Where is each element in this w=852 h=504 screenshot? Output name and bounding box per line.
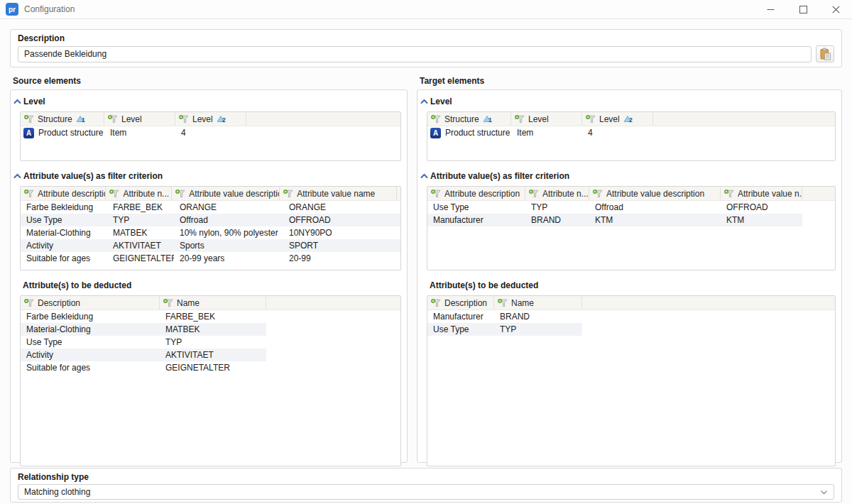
collapse-chevron-icon[interactable]	[13, 99, 23, 104]
column-header[interactable]: Level2	[175, 112, 246, 126]
table-cell: TYP	[525, 201, 589, 214]
column-header[interactable]: Name	[160, 296, 266, 309]
source-elements-section: Source elements Level Structure1LevelLev…	[10, 76, 408, 463]
table-cell: TYP	[494, 323, 582, 336]
minimize-button[interactable]	[754, 0, 787, 19]
column-header[interactable]: Level	[511, 112, 582, 126]
table-cell: Item	[511, 126, 582, 139]
column-header-label: Attribute description	[444, 189, 520, 199]
target-elements-section: Target elements Level Structure1LevelLev…	[417, 76, 842, 463]
table-cell: Activity	[21, 349, 160, 361]
column-header[interactable]: Name	[494, 296, 582, 309]
source-elements-label: Source elements	[10, 76, 408, 89]
table-row[interactable]: Suitable for agesGEIGNETALTER	[21, 361, 266, 374]
table-row[interactable]: Farbe BekleidungFARBE_BEK	[21, 310, 266, 323]
column-header-label: Attribute value n...	[738, 189, 802, 199]
table-cell: OFFROAD	[721, 201, 802, 214]
table-header-row: Structure1LevelLevel2	[21, 112, 400, 126]
maximize-button[interactable]	[787, 0, 819, 19]
column-header[interactable]: Description	[21, 296, 160, 309]
section-title: Level	[23, 97, 45, 106]
table-row[interactable]: Use TypeTYPOffroadOFFROAD	[21, 214, 401, 226]
table-row[interactable]: Material-ClothingMATBEK	[21, 323, 266, 336]
table-row[interactable]: Use TypeTYPOffroadOFFROAD	[427, 201, 802, 214]
table-cell: AProduct structure	[427, 126, 511, 139]
filter-funnel-icon	[431, 115, 441, 124]
column-header[interactable]: Attribute n...	[106, 187, 172, 200]
source-deducted-section: Attribute(s) to be deducted DescriptionN…	[20, 279, 401, 466]
table-body: AProduct structureItem4	[427, 126, 835, 139]
description-panel: Description	[10, 29, 842, 67]
table-cell: Manufacturer	[427, 214, 525, 226]
table-header-row: Attribute descriptionAttribute n...Attri…	[427, 187, 835, 201]
title-bar: pr Configuration	[0, 0, 852, 19]
column-header[interactable]: Attribute value name	[280, 187, 397, 200]
table-cell: GEIGNETALTER	[160, 361, 266, 374]
column-header[interactable]: Attribute n...	[525, 187, 589, 200]
table-cell: 20-99 years	[174, 252, 283, 265]
svg-text:2: 2	[629, 116, 633, 124]
table-row[interactable]: ActivityAKTIVITAETSportsSPORT	[21, 239, 401, 252]
table-cell: Activity	[21, 239, 107, 252]
column-header[interactable]: Level2	[582, 112, 653, 126]
table-cell: Farbe Bekleidung	[21, 310, 160, 323]
close-button[interactable]	[819, 0, 852, 19]
close-icon	[832, 6, 840, 13]
table-row[interactable]: ManufacturerBRAND	[427, 310, 582, 323]
table-row[interactable]: Use TypeTYP	[21, 336, 266, 349]
columns-area: Source elements Level Structure1LevelLev…	[10, 76, 842, 463]
table-cell: Offroad	[589, 201, 721, 214]
table-row[interactable]: ActivityAKTIVITAET	[21, 349, 266, 361]
table-body: AProduct structureItem4	[21, 126, 400, 139]
filter-funnel-icon	[175, 190, 185, 198]
table-cell: Suitable for ages	[21, 361, 160, 374]
table-row[interactable]: Suitable for agesGEIGNETALTER20-99 years…	[21, 252, 401, 265]
relationship-type-select[interactable]: Matching clothing	[18, 484, 834, 500]
table-cell: MATBEK	[160, 323, 266, 336]
column-header[interactable]: Level	[104, 112, 175, 126]
column-header[interactable]: Structure1	[427, 112, 511, 126]
paste-button[interactable]	[816, 45, 834, 62]
table-row[interactable]: AProduct structureItem4	[427, 126, 653, 139]
column-header[interactable]: Structure1	[21, 112, 104, 126]
table-cell: FARBE_BEK	[107, 201, 174, 214]
table-cell: AKTIVITAET	[107, 239, 174, 252]
table-cell: SPORT	[283, 239, 401, 252]
table-row[interactable]: AProduct structureItem4	[21, 126, 246, 139]
collapse-chevron-icon[interactable]	[420, 99, 430, 104]
target-elements-panel: Level Structure1LevelLevel2AProduct stru…	[417, 89, 842, 463]
filter-funnel-icon	[586, 115, 596, 124]
section-title: Attribute(s) to be deducted	[23, 280, 131, 290]
column-header[interactable]: Attribute description	[21, 187, 106, 200]
filter-funnel-icon	[515, 115, 525, 124]
relationship-type-value: Matching clothing	[24, 487, 820, 497]
column-header[interactable]: Description	[427, 296, 494, 309]
column-header-filler	[266, 296, 400, 309]
source-filter-table: Attribute descriptionAttribute n...Attri…	[20, 186, 401, 270]
column-header[interactable]: Attribute value description	[172, 187, 280, 200]
column-header[interactable]: Attribute description	[427, 187, 525, 200]
table-cell: Use Type	[21, 214, 107, 226]
table-row[interactable]: ManufacturerBRANDKTMKTM	[427, 214, 802, 226]
table-header-row: Structure1LevelLevel2	[427, 112, 835, 126]
table-row[interactable]: Farbe BekleidungFARBE_BEKORANGEORANGE	[21, 201, 401, 214]
minimize-icon	[767, 6, 775, 13]
collapse-chevron-icon[interactable]	[13, 173, 23, 179]
structure-type-icon: A	[23, 128, 34, 138]
collapse-chevron-icon[interactable]	[420, 173, 430, 179]
column-header-filler	[653, 112, 835, 126]
column-header[interactable]: Attribute value n...	[721, 187, 802, 200]
table-row[interactable]: Use TypeTYP	[427, 323, 582, 336]
table-row[interactable]: Material-ClothingMATBEK10% nylon, 90% po…	[21, 226, 401, 239]
target-deducted-table: DescriptionNameManufacturerBRANDUse Type…	[427, 295, 836, 466]
column-header[interactable]: Attribute value description	[589, 187, 721, 200]
table-cell: Manufacturer	[427, 310, 494, 323]
description-input[interactable]	[18, 46, 812, 62]
filter-funnel-icon	[163, 299, 173, 307]
table-cell: Use Type	[427, 201, 525, 214]
paste-clipboard-icon	[819, 48, 831, 60]
column-header-label: Level	[599, 114, 620, 124]
column-header-label: Attribute n...	[123, 189, 169, 199]
column-header-label: Name	[511, 298, 534, 308]
filter-funnel-icon	[24, 190, 34, 198]
